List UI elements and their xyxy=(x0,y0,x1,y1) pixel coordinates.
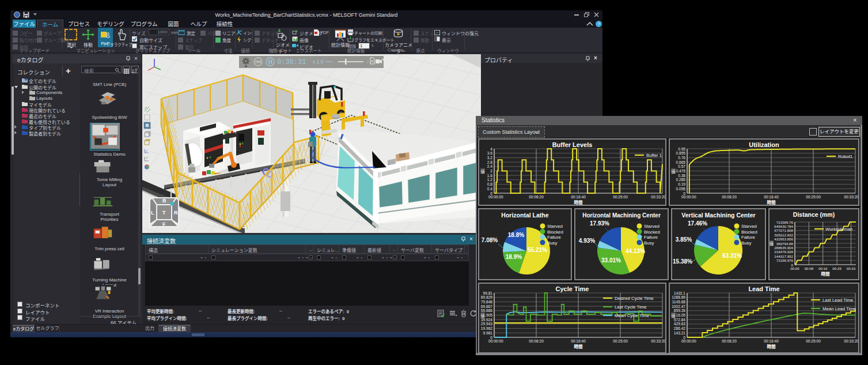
svg-text:288635.904: 288635.904 xyxy=(774,246,793,250)
svg-text:0.4: 0.4 xyxy=(487,187,492,191)
svg-text:Busy: Busy xyxy=(644,240,654,246)
svg-text:0.57: 0.57 xyxy=(678,164,685,168)
svg-text:Utilization: Utilization xyxy=(749,141,779,148)
svg-text:33.01%: 33.01% xyxy=(601,257,621,264)
svg-text:505112.832: 505112.832 xyxy=(775,233,794,237)
svg-text:値: 値 xyxy=(672,169,676,174)
svg-text:00:25:00: 00:25:00 xyxy=(806,195,821,199)
svg-text:00:00:00: 00:00:00 xyxy=(488,195,503,199)
svg-text:1432.1: 1432.1 xyxy=(674,291,686,295)
svg-text:00:25:00: 00:25:00 xyxy=(806,339,821,343)
svg-text:00:16:40: 00:16:40 xyxy=(764,195,779,199)
svg-text:00:33:20: 00:33:20 xyxy=(844,195,858,199)
svg-text:Last Lead Time: Last Lead Time xyxy=(822,298,853,303)
svg-text:00:00:00: 00:00:00 xyxy=(681,195,696,199)
svg-text:0:36:31: 0:36:31 xyxy=(277,58,306,66)
svg-text:0.475: 0.475 xyxy=(676,169,685,173)
svg-text:00:33: 00:33 xyxy=(847,266,856,270)
svg-text:0.095: 0.095 xyxy=(676,187,685,191)
svg-text:Failure: Failure xyxy=(644,235,658,240)
svg-text:721589.76: 721589.76 xyxy=(776,220,794,224)
svg-text:Busy: Busy xyxy=(741,240,751,246)
svg-text:1.2: 1.2 xyxy=(487,178,492,182)
svg-text:Starved: Starved xyxy=(547,224,563,229)
svg-text:63.31%: 63.31% xyxy=(722,253,742,259)
svg-text:0.285: 0.285 xyxy=(676,178,685,182)
svg-text:00:25:00: 00:25:00 xyxy=(613,195,628,199)
svg-text:649430.784: 649430.784 xyxy=(774,224,793,228)
svg-text:Blocked: Blocked xyxy=(547,229,563,235)
svg-text:00:08:20: 00:08:20 xyxy=(722,339,737,343)
svg-text:360794.88: 360794.88 xyxy=(776,242,794,246)
svg-text:00:16:40: 00:16:40 xyxy=(571,339,586,343)
svg-text:Mean Lead Time: Mean Lead Time xyxy=(822,306,856,311)
svg-text:L: L xyxy=(151,210,154,216)
svg-text:2: 2 xyxy=(490,169,492,173)
svg-text:0.38: 0.38 xyxy=(678,174,685,178)
svg-text:3.85%: 3.85% xyxy=(676,236,692,243)
svg-text:00:08: 00:08 xyxy=(805,266,814,270)
svg-text:0.8: 0.8 xyxy=(487,182,492,186)
svg-text:Vertical Machining Center: Vertical Machining Center xyxy=(681,212,755,219)
svg-text:18.9%: 18.9% xyxy=(506,254,522,260)
svg-text:572.84: 572.84 xyxy=(674,318,686,322)
svg-text:時間: 時間 xyxy=(767,344,776,349)
svg-text:時間: 時間 xyxy=(574,344,583,349)
svg-text:4.93%: 4.93% xyxy=(579,238,595,244)
svg-text:1.6: 1.6 xyxy=(487,174,492,178)
svg-text:19.962: 19.962 xyxy=(481,326,493,330)
svg-text:F: F xyxy=(162,221,166,227)
svg-text:00:16:40: 00:16:40 xyxy=(764,339,779,343)
svg-text:39.924: 39.924 xyxy=(481,318,493,322)
svg-text:144317.952: 144317.952 xyxy=(774,254,793,258)
svg-text:859.26: 859.26 xyxy=(674,308,686,313)
svg-text:値: 値 xyxy=(481,169,485,174)
svg-text:T: T xyxy=(162,210,166,216)
svg-text:時間: 時間 xyxy=(574,200,583,205)
svg-text:00:25:00: 00:25:00 xyxy=(613,339,628,343)
svg-text:Distance (mm): Distance (mm) xyxy=(793,211,835,218)
svg-text:3.6: 3.6 xyxy=(487,151,492,155)
svg-text:Cycle Time: Cycle Time xyxy=(556,285,589,292)
svg-text:Buffer Levels: Buffer Levels xyxy=(552,141,593,148)
svg-text:69.867: 69.867 xyxy=(481,304,493,308)
svg-text:値: 値 xyxy=(481,313,485,318)
svg-text:x 1.0: x 1.0 xyxy=(313,59,324,65)
svg-text:00:00:00: 00:00:00 xyxy=(681,339,696,343)
svg-text:00:33:20: 00:33:20 xyxy=(844,339,858,343)
svg-text:9.981: 9.981 xyxy=(483,331,492,335)
svg-text:29.943: 29.943 xyxy=(481,322,493,326)
svg-text:00:08:20: 00:08:20 xyxy=(529,195,544,199)
svg-text:WorksHuman: WorksHuman xyxy=(825,227,852,232)
svg-text:R: R xyxy=(174,210,178,216)
svg-text:00:16: 00:16 xyxy=(818,266,828,270)
svg-text:値: 値 xyxy=(770,241,774,246)
svg-text:15.38%: 15.38% xyxy=(673,258,692,265)
svg-text:4: 4 xyxy=(490,147,492,151)
svg-text:時間: 時間 xyxy=(821,271,831,277)
svg-text:値: 値 xyxy=(672,313,676,318)
svg-text:143.21: 143.21 xyxy=(674,331,686,335)
svg-text:3.2: 3.2 xyxy=(487,156,492,160)
svg-text:Mean Cycle Time: Mean Cycle Time xyxy=(615,313,649,318)
svg-text:0.665: 0.665 xyxy=(676,160,685,164)
svg-text:17.46%: 17.46% xyxy=(688,220,707,227)
svg-text:0.76: 0.76 xyxy=(678,156,685,160)
svg-text:72158.976: 72158.976 xyxy=(776,258,794,262)
svg-text:B: B xyxy=(162,198,166,204)
svg-text:00:16:40: 00:16:40 xyxy=(571,195,586,199)
svg-text:44.13%: 44.13% xyxy=(626,248,645,254)
svg-text:Blocked: Blocked xyxy=(644,229,660,235)
svg-text:2.8: 2.8 xyxy=(487,160,492,164)
svg-text:216476.928: 216476.928 xyxy=(774,250,793,254)
svg-text:79.848: 79.848 xyxy=(481,300,493,304)
svg-text:286.42: 286.42 xyxy=(674,326,686,330)
svg-text:Buffer 1: Buffer 1 xyxy=(646,153,662,158)
svg-text:00:00:00: 00:00:00 xyxy=(488,339,503,343)
svg-text:Horizontal Lathe: Horizontal Lathe xyxy=(501,212,548,219)
svg-text:0.95: 0.95 xyxy=(678,147,685,151)
svg-text:1002.47: 1002.47 xyxy=(672,304,685,308)
svg-text:7.08%: 7.08% xyxy=(482,237,498,243)
svg-text:2.4: 2.4 xyxy=(487,164,492,168)
svg-text:Horizontal Machining Center: Horizontal Machining Center xyxy=(582,212,661,219)
